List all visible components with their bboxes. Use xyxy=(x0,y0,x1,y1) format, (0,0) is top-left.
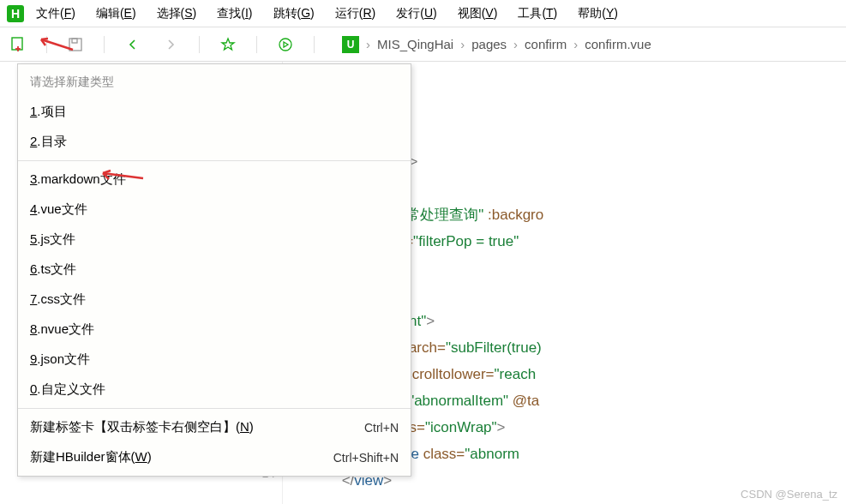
svg-rect-0 xyxy=(12,38,22,50)
toolbar: U › MIS_QingHai › pages › confirm › conf… xyxy=(0,27,846,62)
project-icon: U xyxy=(342,36,359,53)
menu-publish[interactable]: 发行(U) xyxy=(387,3,445,25)
chevron-right-icon: › xyxy=(513,37,518,51)
menu-help[interactable]: 帮助(Y) xyxy=(569,3,627,25)
chevron-right-icon: › xyxy=(460,37,465,51)
dropdown-item-newwindow[interactable]: 新建HBuilder窗体(W)Ctrl+Shift+N xyxy=(18,442,411,472)
menubar: H 文件(F) 编辑(E) 选择(S) 查找(I) 跳转(G) 运行(R) 发行… xyxy=(0,0,846,27)
breadcrumb-item[interactable]: pages xyxy=(471,37,507,51)
dropdown-item-ts[interactable]: 6.ts文件 xyxy=(18,255,411,285)
breadcrumb-item[interactable]: confirm xyxy=(525,37,567,51)
dropdown-item-nvue[interactable]: 8.nvue文件 xyxy=(18,315,411,345)
breadcrumb: U › MIS_QingHai › pages › confirm › conf… xyxy=(342,36,651,53)
menu-file[interactable]: 文件(F) xyxy=(27,3,84,25)
app-logo: H xyxy=(7,5,24,22)
svg-point-5 xyxy=(279,39,291,51)
menu-view[interactable]: 视图(V) xyxy=(449,3,507,25)
toolbar-separator xyxy=(256,36,257,53)
dropdown-item-js[interactable]: 5.js文件 xyxy=(18,225,411,255)
annotation-arrow xyxy=(34,33,77,58)
toolbar-separator xyxy=(314,36,315,53)
new-file-dropdown: 请选择新建类型 1.项目 2.目录 3.markdown文件 4.vue文件 5… xyxy=(17,63,411,477)
dropdown-item-project[interactable]: 1.项目 xyxy=(18,97,411,127)
chevron-right-icon: › xyxy=(366,37,370,51)
dropdown-title: 请选择新建类型 xyxy=(18,69,411,97)
menu-tools[interactable]: 工具(T) xyxy=(509,3,566,25)
dropdown-item-css[interactable]: 7.css文件 xyxy=(18,285,411,315)
forward-icon[interactable] xyxy=(161,35,180,54)
menu-select[interactable]: 选择(S) xyxy=(148,3,206,25)
toolbar-separator xyxy=(104,36,105,53)
dropdown-separator xyxy=(18,160,411,161)
breadcrumb-item[interactable]: confirm.vue xyxy=(585,37,651,51)
content-area: 请选择新建类型 1.项目 2.目录 3.markdown文件 4.vue文件 5… xyxy=(0,62,846,504)
menu-run[interactable]: 运行(R) xyxy=(327,3,384,25)
annotation-arrow xyxy=(96,165,147,187)
new-file-icon[interactable] xyxy=(9,35,27,54)
dropdown-item-markdown[interactable]: 3.markdown文件 xyxy=(18,165,411,195)
dropdown-separator xyxy=(18,408,411,409)
dropdown-item-custom[interactable]: 0.自定义文件 xyxy=(18,375,411,405)
run-icon[interactable] xyxy=(276,35,295,54)
star-icon[interactable] xyxy=(219,35,237,54)
menu-goto[interactable]: 跳转(G) xyxy=(265,3,323,25)
dropdown-item-vue[interactable]: 4.vue文件 xyxy=(18,195,411,225)
dropdown-item-json[interactable]: 9.json文件 xyxy=(18,345,411,375)
menu-find[interactable]: 查找(I) xyxy=(208,3,261,25)
back-icon[interactable] xyxy=(123,35,142,54)
toolbar-separator xyxy=(199,36,200,53)
watermark: CSDN @Serena_tz xyxy=(741,488,837,501)
breadcrumb-item[interactable]: MIS_QingHai xyxy=(377,37,453,51)
menu-edit[interactable]: 编辑(E) xyxy=(87,3,145,25)
dropdown-item-directory[interactable]: 2.目录 xyxy=(18,127,411,157)
dropdown-item-newtab[interactable]: 新建标签卡【双击标签卡右侧空白】(N)Ctrl+N xyxy=(18,412,411,442)
chevron-right-icon: › xyxy=(573,37,578,51)
